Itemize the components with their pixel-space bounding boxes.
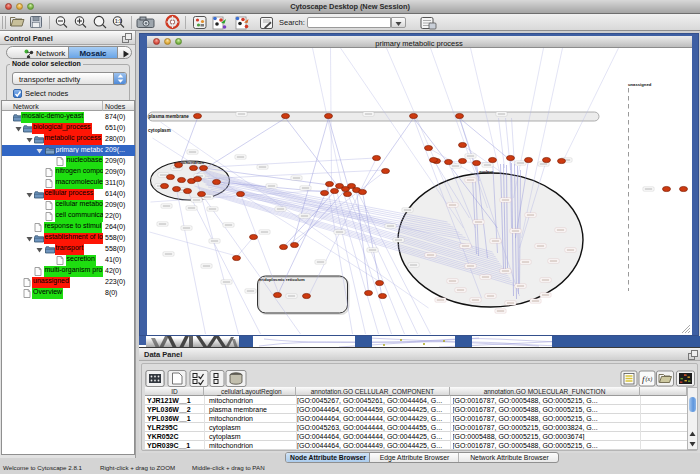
svg-text:cytoplasm: cytoplasm [148,128,171,133]
svg-text:endoplasmic reticulum: endoplasmic reticulum [259,277,305,282]
svg-text:plasma membrane: plasma membrane [148,114,189,119]
svg-text:Search:: Search: [279,18,305,27]
svg-text:(x): (x) [646,376,653,383]
svg-text:nucleus: nucleus [479,170,493,174]
svg-text:1:1: 1:1 [115,19,122,24]
svg-text:unassigned: unassigned [628,82,652,87]
